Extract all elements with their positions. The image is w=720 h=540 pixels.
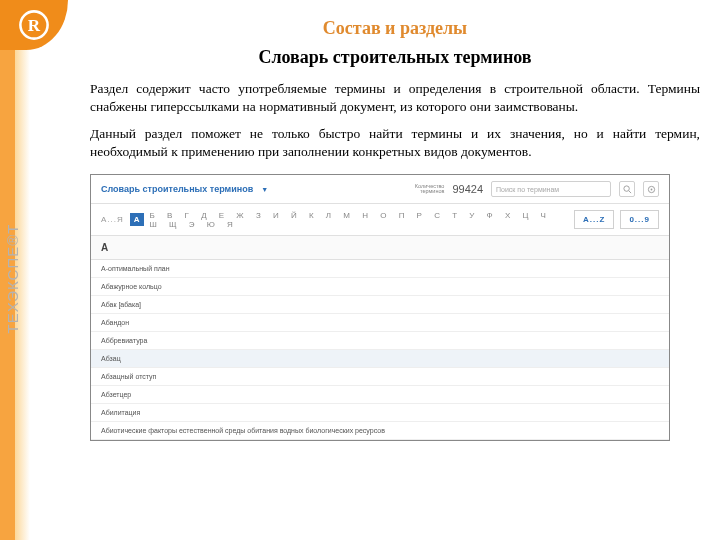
term-row[interactable]: Абзацный отступ xyxy=(91,368,669,386)
term-row[interactable]: Абажурное кольцо xyxy=(91,278,669,296)
term-row[interactable]: Абилитация xyxy=(91,404,669,422)
term-row[interactable]: Абак [абака] xyxy=(91,296,669,314)
ss-header: Словарь строительных терминов ▼ Количест… xyxy=(91,175,669,204)
page-title: Словарь строительных терминов xyxy=(90,47,700,68)
svg-point-2 xyxy=(623,186,628,191)
paragraph-1: Раздел содержит часто употребляемые терм… xyxy=(90,80,700,115)
search-icon[interactable] xyxy=(619,181,635,197)
term-row[interactable]: А-оптимальный план xyxy=(91,260,669,278)
letters-row[interactable]: Б В Г Д Е Ж З И Й К Л М Н О П Р С Т У Ф … xyxy=(150,211,563,229)
registered-icon: R xyxy=(17,8,51,42)
term-row[interactable]: Абандон xyxy=(91,314,669,332)
term-row[interactable]: Абзац xyxy=(91,350,669,368)
search-placeholder: Поиск по терминам xyxy=(496,186,559,193)
svg-line-3 xyxy=(628,191,630,193)
letter-heading: А xyxy=(91,236,669,260)
embedded-screenshot: Словарь строительных терминов ▼ Количест… xyxy=(90,174,670,441)
ss-alphabet-bar: А...Я А Б В Г Д Е Ж З И Й К Л М Н О П Р … xyxy=(91,204,669,236)
term-row[interactable]: Абиотические факторы естественной среды … xyxy=(91,422,669,440)
range-digits-button[interactable]: 0...9 xyxy=(620,210,659,229)
term-list: А-оптимальный планАбажурное кольцоАбак [… xyxy=(91,260,669,440)
ss-count: 99424 xyxy=(452,183,483,195)
svg-text:R: R xyxy=(28,16,41,35)
logo-badge: R xyxy=(0,0,68,50)
letter-selected[interactable]: А xyxy=(130,213,144,226)
range-latin-button[interactable]: A...Z xyxy=(574,210,614,229)
sidebar-brand-text: ТЕХЭКСПЕ®Т xyxy=(4,224,21,334)
ss-count-label: Количество терминов xyxy=(415,184,445,195)
settings-icon[interactable] xyxy=(643,181,659,197)
search-input[interactable]: Поиск по терминам xyxy=(491,181,611,197)
paragraph-2: Данный раздел поможет не только быстро н… xyxy=(90,125,700,160)
term-row[interactable]: Абзетцер xyxy=(91,386,669,404)
term-row[interactable]: Аббревиатура xyxy=(91,332,669,350)
range-cyrillic[interactable]: А...Я xyxy=(101,215,124,224)
ss-title[interactable]: Словарь строительных терминов xyxy=(101,184,253,194)
dropdown-caret-icon[interactable]: ▼ xyxy=(261,186,268,193)
svg-point-5 xyxy=(650,188,652,190)
section-title: Состав и разделы xyxy=(90,18,700,39)
